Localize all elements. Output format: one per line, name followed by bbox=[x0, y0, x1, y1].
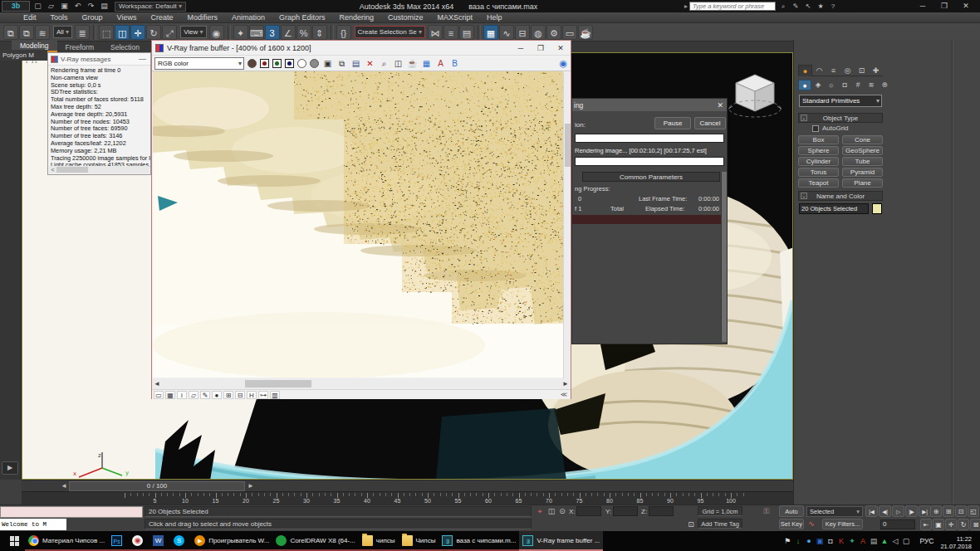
cancel-button[interactable]: Cancel bbox=[694, 117, 726, 129]
reference-coordinate-dropdown[interactable]: View bbox=[180, 26, 206, 38]
next-frame-icon[interactable]: |▶ bbox=[905, 505, 918, 517]
ribbon-tab[interactable]: Selection bbox=[102, 42, 148, 52]
tray-antivirus-icon[interactable]: K bbox=[835, 531, 846, 551]
maxscript-mini-listener[interactable] bbox=[0, 506, 143, 518]
next-frame-arrow[interactable]: ► bbox=[247, 481, 255, 491]
create-tab[interactable]: ● bbox=[798, 65, 812, 76]
primitive-category-dropdown[interactable]: Standard Primitives bbox=[799, 95, 882, 107]
play-icon[interactable]: ▷ bbox=[892, 505, 904, 517]
tray-person-icon[interactable]: ● bbox=[803, 531, 814, 551]
render-setup-icon[interactable]: ⚙ bbox=[546, 25, 561, 40]
curve-icon[interactable]: ∿ bbox=[806, 519, 816, 528]
maximize-button[interactable]: ❐ bbox=[933, 0, 955, 12]
modify-tab[interactable]: ◠ bbox=[812, 65, 826, 76]
track-mouse-icon[interactable]: ⌕ bbox=[379, 58, 390, 69]
selection-filter-dropdown[interactable]: All bbox=[53, 26, 72, 38]
object-color-swatch[interactable] bbox=[872, 203, 882, 214]
rectangular-selection-region-icon[interactable]: ⬚ bbox=[99, 25, 114, 40]
lights-icon[interactable]: ☼ bbox=[825, 80, 838, 90]
taskbar-app[interactable]: ◉ bbox=[129, 531, 149, 551]
unlink-selection-icon[interactable]: ⧉ bbox=[19, 25, 34, 40]
schematic-view-icon[interactable]: ⊟ bbox=[515, 25, 530, 40]
object-name-field[interactable]: 20 Objects Selected bbox=[799, 203, 869, 214]
white-channel-icon[interactable] bbox=[297, 59, 306, 68]
search-input[interactable] bbox=[689, 2, 776, 11]
exposure-icon[interactable]: ⊞ bbox=[223, 391, 233, 399]
primitive-button[interactable]: Plane bbox=[842, 178, 883, 188]
3dsmax-logo-icon[interactable]: 3b bbox=[2, 1, 30, 12]
rendered-frame-window-icon[interactable]: ▭ bbox=[562, 25, 577, 40]
clear-image-icon[interactable]: ✕ bbox=[365, 58, 375, 69]
auto-key-button[interactable]: Auto Key bbox=[779, 505, 804, 517]
helpers-icon[interactable]: # bbox=[851, 80, 865, 90]
help-question-icon[interactable]: ? bbox=[828, 2, 838, 12]
render-production-icon[interactable]: ☕ bbox=[578, 25, 593, 40]
cameras-icon[interactable]: ◘ bbox=[838, 80, 851, 90]
primitive-button[interactable]: Sphere bbox=[798, 146, 839, 155]
histogram-icon[interactable]: H bbox=[247, 391, 257, 399]
save-image-icon[interactable]: ▣ bbox=[322, 58, 333, 69]
menu-item[interactable]: Edit bbox=[23, 13, 37, 22]
common-parameters-header[interactable]: Common Parameters bbox=[582, 172, 720, 182]
motion-tab[interactable]: ◎ bbox=[840, 65, 855, 76]
display-tab[interactable]: ⊡ bbox=[855, 65, 869, 76]
use-pivot-center-icon[interactable]: ◉ bbox=[209, 25, 224, 40]
pixel-info-icon[interactable]: ⊶ bbox=[258, 391, 268, 399]
x-field[interactable] bbox=[576, 506, 601, 516]
space-warps-icon[interactable]: ≋ bbox=[865, 80, 878, 90]
menu-item[interactable]: Rendering bbox=[340, 13, 375, 22]
tray-chat-icon[interactable]: ▢ bbox=[900, 531, 911, 551]
previous-frame-arrow[interactable]: ◄ bbox=[60, 481, 68, 491]
primitive-button[interactable]: Cone bbox=[842, 135, 883, 144]
stereo-icon[interactable]: ▥ bbox=[270, 391, 280, 399]
separator[interactable] bbox=[331, 25, 334, 40]
tray-update-icon[interactable]: ↓ bbox=[792, 531, 803, 551]
named-selection-sets-dropdown[interactable]: Create Selection Se bbox=[355, 26, 425, 38]
add-time-tag[interactable]: Add Time Tag bbox=[698, 519, 742, 529]
ribbon-tab[interactable]: Freeform bbox=[57, 42, 102, 52]
search-caret-icon[interactable]: ▸ bbox=[684, 2, 688, 10]
set-key-button[interactable]: Set Key bbox=[779, 519, 804, 529]
primitive-button[interactable]: Tube bbox=[842, 157, 883, 166]
start-button[interactable] bbox=[5, 531, 25, 551]
pan-icon[interactable]: ✛ bbox=[945, 519, 957, 530]
new-scene-icon[interactable]: ▢ bbox=[32, 1, 43, 12]
zoom-all-icon[interactable]: ⊞ bbox=[943, 505, 954, 517]
vray-messages-titlebar[interactable]: V-Ray messages — bbox=[48, 53, 150, 66]
percent-snap-icon[interactable]: % bbox=[296, 25, 311, 40]
scroll-thumb[interactable] bbox=[565, 124, 571, 167]
blue-channel-icon[interactable] bbox=[285, 59, 294, 68]
primitive-button[interactable]: Torus bbox=[798, 168, 839, 177]
undo-icon[interactable]: ↶ bbox=[72, 1, 83, 12]
selection-set-dropdown[interactable]: Selected bbox=[806, 506, 863, 517]
pen-curve-icon[interactable]: ✎ bbox=[200, 391, 210, 399]
align-icon[interactable]: ≡ bbox=[443, 25, 458, 40]
menu-item[interactable]: Views bbox=[117, 13, 137, 22]
stamp-icon[interactable]: ▭ bbox=[154, 391, 164, 399]
keyboard-shortcut-override-icon[interactable]: ⌨ bbox=[249, 25, 264, 40]
scroll-right-icon[interactable]: ► bbox=[561, 380, 571, 388]
grid-icon[interactable]: ▦ bbox=[165, 391, 175, 399]
angle-snap-icon[interactable]: ∠ bbox=[281, 25, 296, 40]
vray-messages-minimize-button[interactable]: — bbox=[139, 55, 146, 63]
taskbar-photoshop[interactable]: Ps bbox=[108, 531, 129, 551]
menu-item[interactable]: MAXScript bbox=[438, 13, 473, 22]
wrench-icon[interactable]: ✎ bbox=[791, 2, 801, 12]
frame-buffer-vscrollbar[interactable] bbox=[563, 72, 571, 378]
taskbar-chrome[interactable]: Материал Чипсов ... bbox=[25, 531, 108, 551]
load-image-icon[interactable]: ▤ bbox=[350, 58, 361, 69]
render-dialog-scrollbar[interactable] bbox=[721, 172, 727, 342]
mirror-icon[interactable]: ⋈ bbox=[428, 25, 443, 40]
project-folder-icon[interactable]: ▤ bbox=[99, 1, 110, 12]
panel-divider[interactable] bbox=[952, 40, 953, 505]
track-bar-ruler[interactable]: 5101520253035404550556065707580859095100 bbox=[22, 491, 793, 505]
select-and-scale-icon[interactable]: ⤢ bbox=[162, 25, 177, 40]
collapse-icon[interactable]: - bbox=[801, 115, 807, 121]
scroll-thumb[interactable] bbox=[56, 167, 88, 173]
clock[interactable]: 11:22 21.07.2018 bbox=[940, 533, 972, 550]
search-help-icon[interactable]: ⌕ bbox=[778, 2, 788, 12]
layer-manager-icon[interactable]: ▤ bbox=[459, 25, 474, 40]
frame-buffer-titlebar[interactable]: V-Ray frame buffer - [400% of 1600 x 120… bbox=[152, 41, 571, 55]
icc-icon[interactable]: ⊟ bbox=[235, 391, 245, 399]
compare-ab2-icon[interactable]: B bbox=[449, 58, 460, 69]
